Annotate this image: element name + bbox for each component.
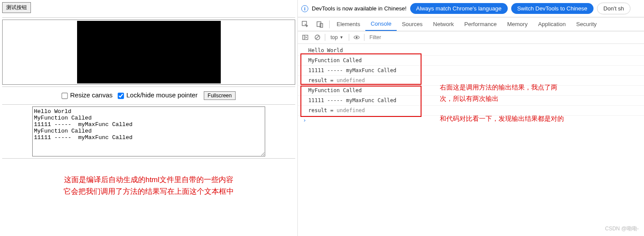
separator [349, 34, 349, 41]
annot-text: 和代码对比看一下，发现输出结果都是对的 [440, 113, 564, 124]
divider [2, 158, 295, 159]
clear-console-icon[interactable] [313, 33, 322, 42]
resize-canvas-checkbox[interactable] [61, 93, 67, 99]
tab-sources[interactable]: Sources [397, 18, 428, 30]
canvas-element[interactable] [77, 21, 221, 83]
divider [2, 17, 295, 18]
svg-rect-2 [320, 23, 323, 27]
separator [329, 20, 330, 28]
language-notice-bar: i DevTools is now available in Chinese! … [298, 0, 644, 17]
divider [2, 104, 295, 105]
log-line: MyFunction Called [298, 56, 644, 66]
tab-memory[interactable]: Memory [502, 18, 533, 30]
left-annotation-line2: 它会把我们调用了方法的结果写在上面这个文本框中 [2, 186, 295, 197]
left-annotation: 这面是编译后自动生成的html文件里自带的一些内容 它会把我们调用了方法的结果写… [2, 174, 295, 197]
canvas-controls: Resize canvas Lock/hide mouse pointer Fu… [2, 89, 295, 103]
switch-chinese-button[interactable]: Switch DevTools to Chinese [511, 3, 593, 14]
svg-rect-3 [303, 35, 308, 40]
dont-show-button[interactable]: Don't sh [597, 3, 631, 14]
tab-security[interactable]: Security [571, 18, 602, 30]
lock-pointer-text: Lock/hide mouse pointer [126, 91, 197, 99]
lock-pointer-checkbox[interactable] [118, 93, 124, 99]
svg-line-6 [316, 36, 319, 39]
page-left-panel: 测试按钮 Resize canvas Lock/hide mouse point… [0, 0, 298, 236]
devtools-tabs: Elements Console Sources Network Perform… [298, 17, 644, 31]
test-button[interactable]: 测试按钮 [2, 2, 31, 13]
svg-point-8 [356, 37, 357, 38]
tab-console[interactable]: Console [365, 17, 397, 31]
resize-canvas-label[interactable]: Resize canvas [62, 91, 115, 99]
annot-text: 次，所以有两次输出 [440, 93, 557, 104]
info-icon: i [301, 5, 308, 12]
console-output: Hello World MyFunction Called 11111 ----… [298, 44, 644, 236]
svg-rect-1 [317, 22, 321, 27]
watermark: CSDN @嘞嘞- [605, 225, 639, 233]
device-toggle-icon[interactable] [313, 18, 327, 31]
fullscreen-button[interactable]: Fullscreen [204, 91, 236, 100]
chevron-down-icon: ▼ [340, 35, 344, 40]
context-label: top [330, 34, 338, 40]
log-line: Hello World [298, 46, 644, 56]
left-annotation-line1: 这面是编译后自动生成的html文件里自带的一些内容 [2, 174, 295, 186]
context-selector[interactable]: top ▼ [328, 34, 346, 40]
divider [2, 86, 295, 87]
tab-network[interactable]: Network [428, 18, 459, 30]
right-annotation-1: 右面这是调用方法的输出结果，我点了两 次，所以有两次输出 [440, 82, 557, 104]
live-expression-icon[interactable] [352, 33, 361, 42]
separator [325, 34, 325, 41]
separator [364, 34, 364, 41]
inspect-icon[interactable] [298, 18, 313, 31]
tab-elements[interactable]: Elements [331, 18, 365, 30]
lock-pointer-label[interactable]: Lock/hide mouse pointer [118, 91, 199, 99]
canvas-container [2, 20, 295, 85]
devtools-panel: i DevTools is now available in Chinese! … [298, 0, 644, 236]
always-match-button[interactable]: Always match Chrome's language [410, 3, 508, 14]
output-textarea[interactable] [32, 106, 265, 156]
annot-text: 右面这是调用方法的输出结果，我点了两 [440, 82, 557, 93]
log-line: 11111 ----- myMaxFunc Called [298, 66, 644, 76]
filter-input[interactable] [367, 33, 641, 42]
tab-performance[interactable]: Performance [459, 18, 502, 30]
resize-canvas-text: Resize canvas [70, 91, 113, 99]
right-annotation-2: 和代码对比看一下，发现输出结果都是对的 [440, 113, 564, 124]
console-toolbar: top ▼ [298, 31, 644, 44]
notice-text: DevTools is now available in Chinese! [312, 5, 407, 12]
sidebar-toggle-icon[interactable] [300, 33, 310, 42]
tab-application[interactable]: Application [533, 18, 571, 30]
